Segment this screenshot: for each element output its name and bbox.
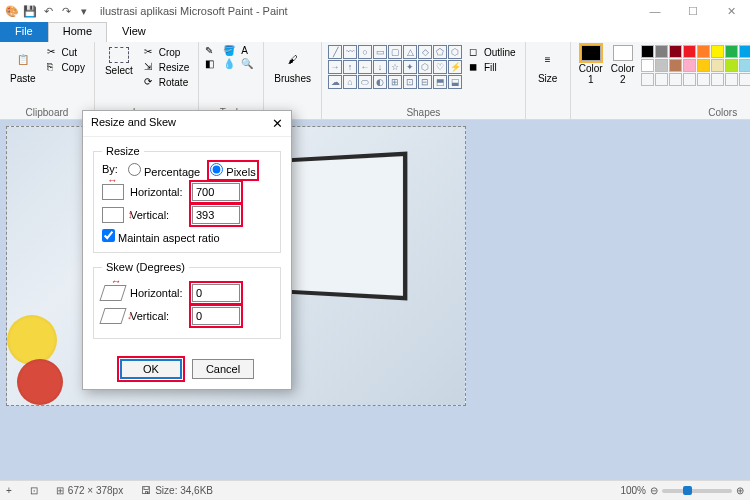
minimize-button[interactable]: — (640, 5, 670, 18)
palette-row1[interactable] (641, 45, 750, 58)
skew-horizontal-input[interactable] (192, 284, 240, 302)
fill-button[interactable]: ◼Fill (466, 60, 519, 74)
dimensions-icon: ⊞ (56, 485, 64, 496)
ok-button[interactable]: OK (120, 359, 182, 379)
color1-button[interactable]: Color 1 (577, 45, 605, 85)
percentage-radio[interactable]: Percentage (128, 163, 200, 178)
shapes-gallery[interactable]: ╱〰○▭▢△◇⬠⬡ →↑←↓☆✦⬡♡⚡ ☁⌂⬭◐⊞⊡⊟⬒⬓ (328, 45, 462, 89)
ribbon-tabs: File Home View (0, 22, 750, 42)
resize-fieldset: Resize By: Percentage Pixels Horizontal:… (93, 145, 281, 253)
crop-icon: ✂ (144, 46, 156, 58)
cursor-pos-icon: + (6, 485, 12, 496)
horizontal-icon (102, 184, 124, 200)
titlebar: 🎨 💾 ↶ ↷ ▾ ilustrasi aplikasi Microsoft P… (0, 0, 750, 22)
pixels-radio[interactable]: Pixels (210, 163, 255, 178)
qat-dropdown-icon[interactable]: ▾ (76, 3, 92, 19)
size-icon: ≡ (536, 47, 560, 71)
brushes-button[interactable]: 🖌Brushes (270, 45, 315, 86)
dialog-title: Resize and Skew (91, 116, 176, 131)
picker-icon[interactable]: 💧 (223, 58, 239, 69)
selection-icon: ⊡ (30, 485, 38, 496)
close-button[interactable]: ✕ (716, 5, 746, 18)
filesize-icon: 🖫 (141, 485, 151, 496)
select-button[interactable]: Select (101, 45, 137, 78)
filesize-text: Size: 34,6KB (155, 485, 213, 496)
dimensions-text: 672 × 378px (68, 485, 123, 496)
canvas-content (7, 315, 57, 365)
tab-view[interactable]: View (107, 22, 161, 42)
resize-icon: ⇲ (144, 61, 156, 73)
palette-custom[interactable] (641, 73, 750, 86)
fill-icon: ◼ (469, 61, 481, 73)
crop-button[interactable]: ✂Crop (141, 45, 193, 59)
vertical-icon (102, 207, 124, 223)
zoom-slider[interactable] (662, 489, 732, 493)
group-size: ≡Size (526, 42, 571, 119)
group-colors: Color 1 Color 2 Edit colors 🎈Edit with P… (571, 42, 750, 119)
group-image: Select ✂Crop ⇲Resize ⟳Rotate Image (95, 42, 199, 119)
cut-icon: ✂ (47, 46, 59, 58)
zoom-in-button[interactable]: ⊕ (736, 485, 744, 496)
app-icon: 🎨 (4, 3, 20, 19)
cut-button[interactable]: ✂Cut (44, 45, 88, 59)
statusbar: + ⊡ ⊞672 × 378px 🖫Size: 34,6KB 100%⊖⊕ (0, 480, 750, 500)
copy-icon: ⎘ (47, 61, 59, 73)
ribbon: 📋Paste ✂Cut ⎘Copy Clipboard Select ✂Crop… (0, 42, 750, 120)
resize-button[interactable]: ⇲Resize (141, 60, 193, 74)
paste-icon: 📋 (11, 47, 35, 71)
skew-vertical-input[interactable] (192, 307, 240, 325)
palette-row2[interactable] (641, 59, 750, 72)
rotate-icon: ⟳ (144, 76, 156, 88)
outline-button[interactable]: ◻Outline (466, 45, 519, 59)
group-tools: ✎ 🪣 A ◧ 💧 🔍 Tools (199, 42, 264, 119)
pencil-icon[interactable]: ✎ (205, 45, 221, 56)
text-icon[interactable]: A (241, 45, 257, 56)
resize-skew-dialog: Resize and Skew ✕ Resize By: Percentage … (82, 110, 292, 390)
canvas-content (17, 359, 63, 405)
brush-icon: 🖌 (281, 47, 305, 71)
dialog-close-button[interactable]: ✕ (272, 116, 283, 131)
window-title: ilustrasi aplikasi Microsoft Paint - Pai… (100, 5, 288, 17)
rotate-button[interactable]: ⟳Rotate (141, 75, 193, 89)
cancel-button[interactable]: Cancel (192, 359, 254, 379)
undo-icon[interactable]: ↶ (40, 3, 56, 19)
skew-v-icon (99, 308, 126, 324)
zoom-text: 100% (620, 485, 646, 496)
zoom-out-button[interactable]: ⊖ (650, 485, 658, 496)
group-brushes: 🖌Brushes (264, 42, 322, 119)
size-button[interactable]: ≡Size (532, 45, 564, 86)
skew-h-icon (99, 285, 126, 301)
eraser-icon[interactable]: ◧ (205, 58, 221, 69)
skew-fieldset: Skew (Degrees) Horizontal: Vertical: (93, 261, 281, 339)
bucket-icon[interactable]: 🪣 (223, 45, 239, 56)
save-icon[interactable]: 💾 (22, 3, 38, 19)
maximize-button[interactable]: ☐ (678, 5, 708, 18)
redo-icon[interactable]: ↷ (58, 3, 74, 19)
paste-button[interactable]: 📋Paste (6, 45, 40, 86)
group-shapes: ╱〰○▭▢△◇⬠⬡ →↑←↓☆✦⬡♡⚡ ☁⌂⬭◐⊞⊡⊟⬒⬓ ◻Outline ◼… (322, 42, 526, 119)
tab-file[interactable]: File (0, 22, 48, 42)
aspect-checkbox[interactable]: Maintain aspect ratio (102, 232, 220, 244)
color2-button[interactable]: Color 2 (609, 45, 637, 85)
select-icon (109, 47, 129, 63)
resize-vertical-input[interactable] (192, 206, 240, 224)
copy-button[interactable]: ⎘Copy (44, 60, 88, 74)
group-clipboard: 📋Paste ✂Cut ⎘Copy Clipboard (0, 42, 95, 119)
tab-home[interactable]: Home (48, 22, 107, 42)
zoom-icon[interactable]: 🔍 (241, 58, 257, 69)
outline-icon: ◻ (469, 46, 481, 58)
resize-horizontal-input[interactable] (192, 183, 240, 201)
